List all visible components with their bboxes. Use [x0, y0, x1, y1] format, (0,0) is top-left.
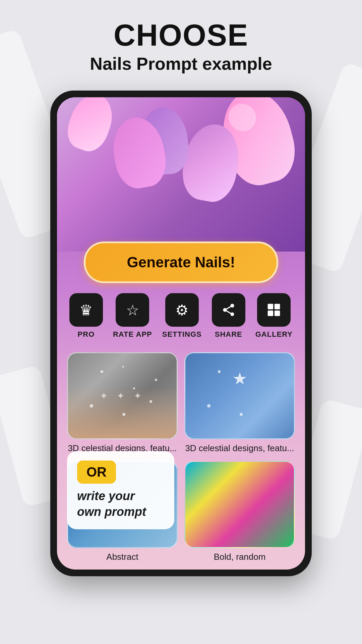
svg-rect-3	[275, 311, 280, 316]
or-overlay: OR write yourown prompt	[67, 451, 174, 529]
svg-rect-0	[268, 304, 274, 310]
phone-screen: Generate Nails! ♛ PRO ☆ RATE APP ⚙ SETTI…	[57, 97, 305, 570]
grid-item-1[interactable]: 3D celestial designs, featu...	[67, 352, 178, 454]
settings-button[interactable]: ⚙ SETTINGS	[162, 293, 202, 339]
grid-item-2[interactable]: 3D celestial designs, featu...	[184, 352, 295, 454]
page-title: CHOOSE	[13, 20, 349, 50]
grid-caption-3: Abstract	[106, 551, 138, 563]
share-icon	[212, 293, 245, 327]
share-label: SHARE	[215, 330, 242, 339]
gallery-button[interactable]: GALLERY	[255, 293, 293, 339]
pro-label: PRO	[78, 330, 95, 339]
gallery-label: GALLERY	[255, 330, 293, 339]
rate-app-button[interactable]: ☆ RATE APP	[113, 293, 152, 339]
share-button[interactable]: SHARE	[212, 293, 245, 339]
page-subtitle: Nails Prompt example	[13, 54, 349, 74]
settings-icon: ⚙	[165, 293, 199, 327]
settings-label: SETTINGS	[162, 330, 202, 339]
grid-caption-2: 3D celestial designs, featu...	[185, 443, 294, 454]
or-badge: OR	[77, 461, 116, 484]
svg-rect-1	[275, 304, 280, 310]
phone-mockup: Generate Nails! ♛ PRO ☆ RATE APP ⚙ SETTI…	[50, 91, 312, 576]
rate-app-label: RATE APP	[113, 330, 152, 339]
rate-app-icon: ☆	[116, 293, 149, 327]
pro-icon: ♛	[69, 293, 103, 327]
pro-button[interactable]: ♛ PRO	[69, 293, 103, 339]
svg-rect-2	[268, 311, 274, 316]
nail-image-4	[184, 461, 295, 548]
grid-caption-4: Bold, random	[214, 551, 266, 563]
nail-image-2	[184, 352, 295, 439]
nail-decoration-4	[62, 97, 119, 156]
hero-area	[57, 97, 305, 252]
generate-nails-button[interactable]: Generate Nails!	[84, 241, 278, 283]
grid-item-4[interactable]: Bold, random	[184, 461, 295, 563]
page-header: CHOOSE Nails Prompt example	[0, 0, 362, 84]
nail-image-1	[67, 352, 178, 439]
gallery-icon	[257, 293, 291, 327]
icon-toolbar: ♛ PRO ☆ RATE APP ⚙ SETTINGS SHARE	[57, 283, 305, 345]
or-text: write yourown prompt	[77, 488, 164, 520]
